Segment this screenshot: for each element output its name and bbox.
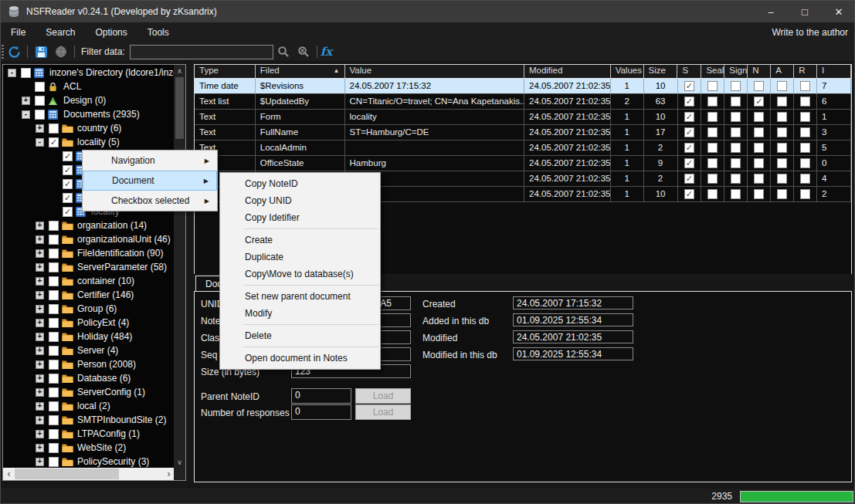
column-header-sign[interactable]: Sign <box>724 65 748 79</box>
submenu-item-open-document-in-notes[interactable]: Open document in Notes <box>220 350 380 367</box>
cell-sign[interactable] <box>724 187 748 202</box>
checkbox-unchecked[interactable] <box>800 96 810 107</box>
cell-s[interactable]: ✓ <box>678 79 702 94</box>
responses-value[interactable]: 0 <box>291 404 351 420</box>
grid-row[interactable]: TextLocalAdmin24.05.2007 21:02:3512✓5 <box>195 140 851 156</box>
cell-size[interactable]: 10 <box>644 79 678 94</box>
cell-i[interactable]: 4 <box>817 171 851 187</box>
tree-checkbox[interactable] <box>35 96 45 106</box>
cell-modified[interactable]: 24.05.2007 21:02:35 <box>524 125 611 140</box>
cell-modified[interactable]: 24.05.2007 21:02:35 <box>524 94 611 110</box>
cell-sign[interactable] <box>724 79 748 94</box>
tree-checkbox[interactable]: ✓ <box>49 137 59 147</box>
checkbox-unchecked[interactable] <box>754 158 764 168</box>
submenu-item-copy-unid[interactable]: Copy UNID <box>220 192 380 209</box>
checkbox-unchecked[interactable] <box>731 158 741 168</box>
clear-search-button[interactable] <box>296 44 311 59</box>
column-header-s[interactable]: S <box>677 65 701 79</box>
checkbox-unchecked[interactable] <box>707 189 718 199</box>
checkbox-unchecked[interactable] <box>777 158 787 168</box>
cell-size[interactable]: 10 <box>644 187 678 202</box>
checkbox-checked[interactable]: ✓ <box>684 174 694 184</box>
cell-sign[interactable] <box>724 110 748 125</box>
expand-icon[interactable]: + <box>36 305 44 313</box>
expand-icon[interactable]: + <box>36 402 44 411</box>
tree-checkbox[interactable] <box>49 374 59 384</box>
cell-values[interactable]: 2 <box>611 94 644 110</box>
tree-item[interactable]: +country (6) <box>3 121 174 135</box>
added-value[interactable]: 01.09.2025 12:55:34 <box>513 313 633 326</box>
write-to-author-link[interactable]: Write to the author <box>772 27 849 38</box>
expand-icon[interactable]: + <box>36 430 44 438</box>
cell-size[interactable]: 2 <box>644 171 678 187</box>
menu-tools[interactable]: Tools <box>137 22 179 42</box>
cell-size[interactable]: 63 <box>644 94 678 110</box>
tree-checkbox[interactable] <box>49 360 59 370</box>
cell-size[interactable]: 17 <box>644 125 678 140</box>
cell-values[interactable]: 1 <box>611 187 644 202</box>
tree-checkbox[interactable] <box>49 304 59 314</box>
maximize-button[interactable]: □ <box>788 1 822 22</box>
expand-icon[interactable]: + <box>36 333 44 341</box>
cell-seal[interactable] <box>701 156 724 171</box>
cell-modified[interactable]: 24.05.2007 21:02:35 <box>524 79 611 94</box>
checkbox-unchecked[interactable] <box>800 81 810 91</box>
column-header-seal[interactable]: Seal <box>701 65 724 79</box>
tree-item[interactable]: +Design (0) <box>3 93 174 107</box>
cell-i[interactable]: 2 <box>817 187 851 202</box>
expand-icon[interactable]: + <box>36 360 44 369</box>
cell-n[interactable] <box>748 171 771 187</box>
tree-item[interactable]: +organization (14) <box>3 218 174 232</box>
cell-r[interactable] <box>794 110 817 125</box>
cell-s[interactable]: ✓ <box>678 187 702 202</box>
checkbox-unchecked[interactable] <box>707 158 718 168</box>
cell-i[interactable]: 7 <box>817 79 851 94</box>
checkbox-unchecked[interactable] <box>777 81 787 91</box>
grid-row[interactable]: Text list$UpdatedByCN=Titanic/O=travel; … <box>195 94 851 110</box>
cell-seal[interactable] <box>701 140 724 156</box>
expand-icon[interactable]: + <box>36 249 44 258</box>
checkbox-unchecked[interactable] <box>707 127 718 137</box>
tree-checkbox[interactable] <box>49 249 59 259</box>
checkbox-unchecked[interactable] <box>777 112 787 122</box>
scrollbar-thumb[interactable] <box>15 468 119 479</box>
tree-item[interactable]: -inzone's Directory (ldcore1/inzo <box>3 66 174 79</box>
expand-icon[interactable]: + <box>36 124 44 133</box>
tree-item[interactable]: +ServerConfig (1) <box>3 385 174 399</box>
context-menu-item-document[interactable]: Document <box>83 171 217 191</box>
cell-seal[interactable] <box>701 187 724 202</box>
checkbox-unchecked[interactable] <box>707 112 718 122</box>
cell-field[interactable]: FullName <box>256 125 345 140</box>
cell-sign[interactable] <box>724 94 748 110</box>
modified-value[interactable]: 24.05.2007 21:02:35 <box>513 330 633 343</box>
tree-checkbox[interactable] <box>49 235 59 245</box>
tree-checkbox[interactable] <box>49 387 59 397</box>
cell-s[interactable]: ✓ <box>678 125 702 140</box>
refresh-button[interactable] <box>6 44 22 59</box>
checkbox-unchecked[interactable] <box>707 143 718 153</box>
toolbar-grip[interactable] <box>2 45 4 59</box>
cell-i[interactable]: 5 <box>817 140 851 156</box>
cell-s[interactable]: ✓ <box>678 94 702 110</box>
cell-r[interactable] <box>794 187 817 202</box>
checkbox-unchecked[interactable] <box>731 143 741 153</box>
menu-search[interactable]: Search <box>36 22 85 42</box>
cell-values[interactable]: 1 <box>611 125 644 140</box>
menu-options[interactable]: Options <box>85 22 137 42</box>
tree-checkbox[interactable] <box>49 276 59 286</box>
checkbox-unchecked[interactable] <box>707 96 718 107</box>
cell-a[interactable] <box>771 110 794 125</box>
checkbox-unchecked[interactable] <box>800 112 810 122</box>
checkbox-unchecked[interactable] <box>777 174 787 184</box>
cell-type[interactable]: Text list <box>195 94 256 110</box>
grid-row[interactable]: TextFormlocality24.05.2007 21:02:35110✓1 <box>195 110 851 125</box>
checkbox-unchecked[interactable] <box>800 143 810 153</box>
cell-size[interactable]: 10 <box>644 110 678 125</box>
cell-value[interactable] <box>345 140 524 156</box>
cell-value[interactable]: locality <box>345 110 524 125</box>
checkbox-checked[interactable]: ✓ <box>684 81 694 91</box>
checkbox-checked[interactable]: ✓ <box>684 127 694 137</box>
minimize-button[interactable]: – <box>754 1 788 22</box>
tree-item[interactable]: +Certifier (146) <box>3 288 174 302</box>
tree-item[interactable]: +PolicySecurity (3) <box>3 455 174 468</box>
